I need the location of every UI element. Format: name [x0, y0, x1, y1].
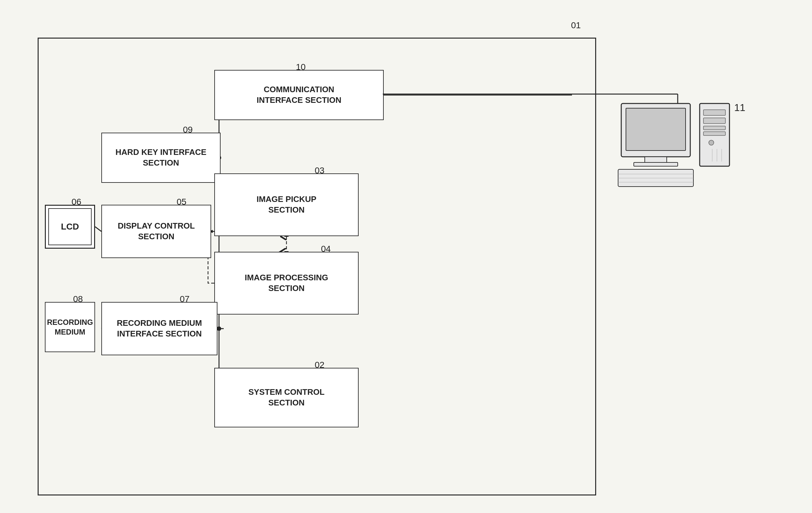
- communication-interface-block: COMMUNICATION INTERFACE SECTION: [214, 70, 384, 120]
- image-processing-block: IMAGE PROCESSING SECTION: [214, 252, 359, 314]
- lcd-block: LCD: [45, 205, 95, 249]
- recording-medium-block: RECORDING MEDIUM: [45, 302, 95, 352]
- system-control-block: SYSTEM CONTROL SECTION: [214, 368, 359, 427]
- computer-illustration: [615, 100, 734, 201]
- svg-rect-37: [703, 132, 725, 135]
- ref-label-11: 11: [734, 102, 746, 114]
- hard-key-interface-block: HARD KEY INTERFACE SECTION: [102, 133, 221, 183]
- svg-rect-36: [703, 126, 725, 130]
- main-box: COMMUNICATION INTERFACE SECTION 10 HARD …: [38, 38, 596, 495]
- ref-label-05: 05: [177, 197, 186, 207]
- ref-label-04: 04: [321, 244, 331, 254]
- recording-medium-interface-block: RECORDING MEDIUM INTERFACE SECTION: [102, 302, 218, 355]
- recording-medium-interface-label: RECORDING MEDIUM INTERFACE SECTION: [117, 318, 202, 339]
- ref-label-09: 09: [183, 125, 193, 135]
- hard-key-interface-label: HARD KEY INTERFACE SECTION: [115, 147, 206, 169]
- ref-label-03: 03: [315, 165, 324, 176]
- svg-rect-28: [634, 162, 678, 166]
- system-control-label: SYSTEM CONTROL SECTION: [249, 387, 325, 408]
- ref-label-07: 07: [180, 294, 190, 304]
- communication-interface-label: COMMUNICATION INTERFACE SECTION: [257, 84, 341, 106]
- svg-point-12: [217, 326, 221, 331]
- svg-point-38: [709, 140, 714, 145]
- svg-rect-26: [626, 108, 686, 151]
- recording-medium-label: RECORDING MEDIUM: [47, 317, 93, 337]
- ref-label-02: 02: [315, 360, 324, 370]
- ref-label-06: 06: [71, 197, 81, 207]
- image-processing-label: IMAGE PROCESSING SECTION: [245, 272, 328, 294]
- diagram-container: 01: [19, 12, 791, 502]
- display-control-label: DISPLAY CONTROL SECTION: [118, 221, 195, 242]
- image-pickup-label: IMAGE PICKUP SECTION: [257, 194, 317, 215]
- display-control-block: DISPLAY CONTROL SECTION: [102, 205, 211, 258]
- svg-line-18: [95, 227, 102, 232]
- svg-rect-34: [703, 110, 725, 115]
- ref-label-08: 08: [73, 294, 83, 304]
- computer-svg: [615, 100, 734, 201]
- ref-label-10: 10: [296, 62, 306, 72]
- lcd-label: LCD: [61, 221, 79, 232]
- ref-label-01: 01: [571, 20, 581, 30]
- svg-rect-35: [703, 118, 725, 124]
- image-pickup-block: IMAGE PICKUP SECTION: [214, 173, 359, 236]
